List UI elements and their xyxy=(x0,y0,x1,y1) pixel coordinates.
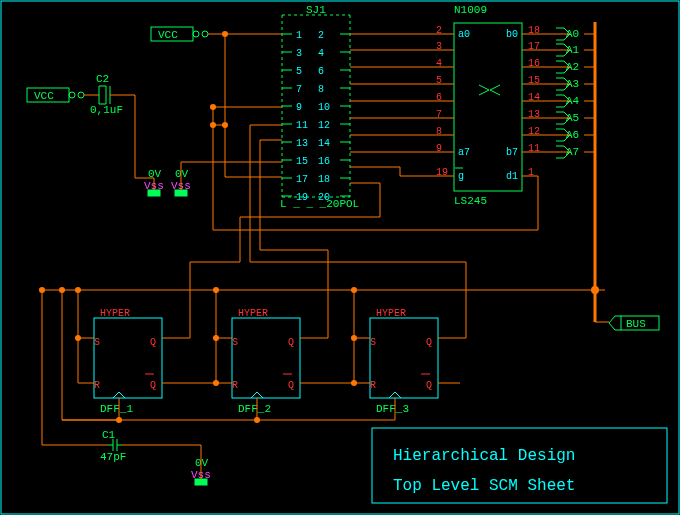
svg-text:12: 12 xyxy=(318,120,330,131)
svg-text:14: 14 xyxy=(318,138,330,149)
svg-text:VCC: VCC xyxy=(34,90,54,102)
svg-rect-21 xyxy=(148,190,160,196)
svg-text:13: 13 xyxy=(528,109,540,120)
svg-text:8: 8 xyxy=(436,126,442,137)
svg-text:6: 6 xyxy=(318,66,324,77)
svg-text:15: 15 xyxy=(528,75,540,86)
svg-point-175 xyxy=(351,380,357,386)
svg-text:19: 19 xyxy=(436,167,448,178)
ic-pins: 2a03456789a719g18b017161514131211b71d1 xyxy=(436,25,540,182)
svg-point-153 xyxy=(213,287,219,293)
svg-text:S: S xyxy=(232,337,238,348)
dff-1: HYPER S Q R Q DFF_1 xyxy=(94,308,162,415)
svg-text:4: 4 xyxy=(436,58,442,69)
svg-text:b7: b7 xyxy=(506,147,518,158)
svg-text:0V: 0V xyxy=(195,457,209,469)
svg-text:N1009: N1009 xyxy=(454,4,487,16)
svg-text:Q: Q xyxy=(288,380,294,391)
svg-text:3: 3 xyxy=(296,48,302,59)
svg-text:DFF_3: DFF_3 xyxy=(376,403,409,415)
svg-rect-31 xyxy=(195,479,207,485)
svg-text:Q: Q xyxy=(426,380,432,391)
title-line2: Top Level SCM Sheet xyxy=(393,477,575,495)
svg-text:17: 17 xyxy=(528,41,540,52)
svg-point-144 xyxy=(254,417,260,423)
svg-text:1: 1 xyxy=(528,167,534,178)
svg-text:5: 5 xyxy=(436,75,442,86)
svg-text:C1: C1 xyxy=(102,429,116,441)
svg-text:3: 3 xyxy=(436,41,442,52)
svg-text:d1: d1 xyxy=(506,171,518,182)
svg-text:16: 16 xyxy=(528,58,540,69)
svg-text:7: 7 xyxy=(436,109,442,120)
svg-text:BUS: BUS xyxy=(626,318,646,330)
svg-text:19: 19 xyxy=(296,192,308,203)
svg-text:S: S xyxy=(94,337,100,348)
svg-point-156 xyxy=(213,335,219,341)
title-line1: Hierarchical Design xyxy=(393,447,575,465)
svg-text:13: 13 xyxy=(296,138,308,149)
svg-text:11: 11 xyxy=(528,143,540,154)
svg-text:HYPER: HYPER xyxy=(376,308,406,319)
svg-text:LS245: LS245 xyxy=(454,195,487,207)
svg-point-102 xyxy=(210,104,216,110)
svg-text:18: 18 xyxy=(318,174,330,185)
svg-text:2: 2 xyxy=(318,30,324,41)
svg-point-168 xyxy=(213,380,219,386)
svg-text:7: 7 xyxy=(296,84,302,95)
svg-text:a7: a7 xyxy=(458,147,470,158)
svg-text:5: 5 xyxy=(296,66,302,77)
svg-point-136 xyxy=(59,287,65,293)
vcc-symbol-1: VCC xyxy=(151,27,225,41)
svg-point-7 xyxy=(78,92,84,98)
svg-point-1 xyxy=(193,31,199,37)
svg-text:R: R xyxy=(94,380,100,391)
svg-text:Q: Q xyxy=(426,337,432,348)
svg-text:SJ1: SJ1 xyxy=(306,4,326,16)
svg-point-6 xyxy=(69,92,75,98)
vcc-symbol-2: VCC xyxy=(27,88,99,102)
svg-text:8: 8 xyxy=(318,84,324,95)
svg-text:0,1uF: 0,1uF xyxy=(90,104,123,116)
svg-text:DFF_1: DFF_1 xyxy=(100,403,133,415)
wiring xyxy=(39,22,609,423)
dff-3: HYPER S Q R Q DFF_3 xyxy=(370,308,438,415)
svg-text:15: 15 xyxy=(296,156,308,167)
header-pins: 1357911131517192468101214161820 xyxy=(282,30,350,203)
svg-rect-27 xyxy=(175,190,187,196)
svg-text:g: g xyxy=(458,171,464,182)
svg-point-150 xyxy=(75,335,81,341)
svg-rect-72 xyxy=(454,23,522,191)
svg-point-141 xyxy=(116,417,122,423)
svg-text:10: 10 xyxy=(318,102,330,113)
svg-text:HYPER: HYPER xyxy=(100,308,130,319)
svg-text:a0: a0 xyxy=(458,29,470,40)
svg-point-134 xyxy=(39,287,45,293)
svg-point-2 xyxy=(202,31,208,37)
svg-text:12: 12 xyxy=(528,126,540,137)
svg-text:18: 18 xyxy=(528,25,540,36)
bus-symbol: BUS xyxy=(609,316,659,330)
svg-text:b0: b0 xyxy=(506,29,518,40)
svg-text:Q: Q xyxy=(288,337,294,348)
svg-text:14: 14 xyxy=(528,92,540,103)
vss-ground-1: 0V Vss xyxy=(135,95,164,196)
svg-point-162 xyxy=(351,335,357,341)
svg-text:C2: C2 xyxy=(96,73,109,85)
svg-text:0V: 0V xyxy=(175,168,189,180)
svg-text:HYPER: HYPER xyxy=(238,308,268,319)
svg-text:VCC: VCC xyxy=(158,29,178,41)
svg-text:Q: Q xyxy=(150,337,156,348)
svg-text:2: 2 xyxy=(436,25,442,36)
svg-text:R: R xyxy=(370,380,376,391)
svg-point-147 xyxy=(75,287,81,293)
svg-text:S: S xyxy=(370,337,376,348)
a-bus-labels: A0A1A2A3A4A5A6A7 xyxy=(556,28,595,158)
svg-text:9: 9 xyxy=(296,102,302,113)
svg-text:9: 9 xyxy=(436,143,442,154)
svg-text:6: 6 xyxy=(436,92,442,103)
svg-text:R: R xyxy=(232,380,238,391)
schematic-canvas: Hierarchical Design Top Level SCM Sheet … xyxy=(0,0,680,515)
svg-text:11: 11 xyxy=(296,120,308,131)
svg-text:4: 4 xyxy=(318,48,324,59)
